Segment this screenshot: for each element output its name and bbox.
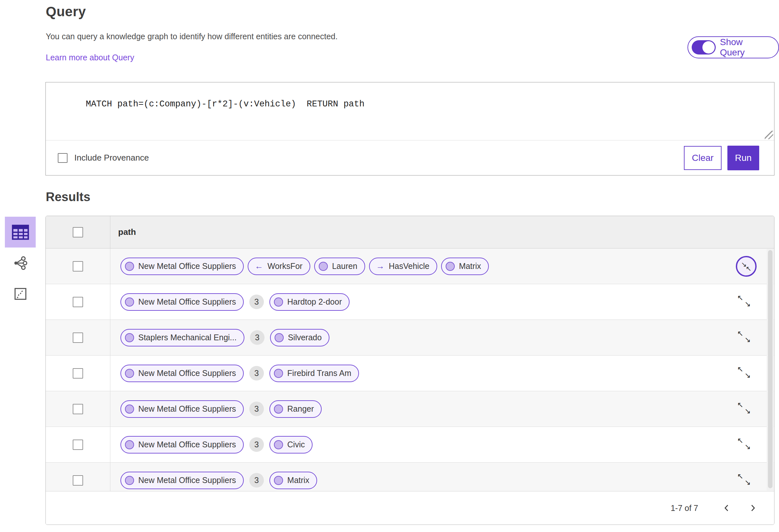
run-button[interactable]: Run bbox=[727, 146, 759, 170]
node-circle-icon bbox=[125, 297, 134, 307]
node-label: New Metal Office Suppliers bbox=[138, 476, 236, 485]
table-row: New Metal Office Suppliers ← WorksFor La… bbox=[46, 249, 774, 284]
node-circle-icon bbox=[274, 440, 283, 449]
node-circle-icon bbox=[274, 476, 283, 485]
arrow-outward-icon: ↘ bbox=[744, 443, 751, 450]
row-checkbox[interactable] bbox=[73, 440, 83, 450]
query-page: Query You can query a knowledge graph to… bbox=[0, 0, 779, 532]
learn-more-link[interactable]: Learn more about Query bbox=[46, 53, 134, 62]
include-provenance-option[interactable]: Include Provenance bbox=[58, 153, 149, 163]
row-checkbox[interactable] bbox=[73, 475, 83, 486]
arrow-right-icon: → bbox=[376, 261, 384, 271]
node-circle-icon bbox=[125, 476, 134, 485]
arrow-outward-icon: ↖ bbox=[737, 294, 743, 302]
node-pill[interactable]: Matrix bbox=[269, 472, 317, 489]
path-column-header: path bbox=[110, 216, 774, 248]
arrow-outward-icon: ↖ bbox=[737, 330, 743, 337]
row-checkbox-cell bbox=[46, 355, 110, 391]
expand-row-icon[interactable]: ↖ ↘ bbox=[737, 472, 751, 486]
results-table: path New Metal Office Suppliers ← WorksF… bbox=[46, 216, 774, 525]
expand-row-icon[interactable]: ↖ ↘ bbox=[737, 401, 751, 414]
node-label: Firebird Trans Am bbox=[287, 369, 351, 378]
node-label: Matrix bbox=[459, 261, 481, 271]
node-pill[interactable]: Civic bbox=[269, 436, 313, 454]
query-editor-footer: Include Provenance Clear Run bbox=[46, 140, 774, 175]
toggle-switch-icon[interactable] bbox=[692, 40, 716, 55]
arrow-outward-icon: ↘ bbox=[744, 372, 751, 379]
node-label: New Metal Office Suppliers bbox=[138, 404, 236, 414]
expand-row-icon[interactable]: ↖ ↘ bbox=[737, 437, 751, 450]
arrow-outward-icon: ↖ bbox=[737, 401, 743, 408]
row-checkbox[interactable] bbox=[73, 332, 83, 343]
hidden-hops-badge[interactable]: 3 bbox=[249, 402, 264, 416]
node-circle-icon bbox=[274, 404, 283, 414]
node-pill[interactable]: New Metal Office Suppliers bbox=[120, 258, 244, 275]
node-pill[interactable]: Staplers Mechanical Engi... bbox=[120, 329, 244, 346]
hidden-hops-badge[interactable]: 3 bbox=[249, 366, 264, 381]
arrow-outward-icon: ↖ bbox=[737, 472, 743, 480]
node-label: Civic bbox=[287, 440, 305, 449]
page-description: You can query a knowledge graph to ident… bbox=[46, 32, 338, 41]
select-all-checkbox[interactable] bbox=[73, 227, 83, 238]
show-query-toggle[interactable]: Show Query bbox=[687, 36, 779, 58]
chevron-right-icon bbox=[748, 503, 758, 513]
node-pill[interactable]: New Metal Office Suppliers bbox=[120, 472, 244, 489]
expand-row-icon[interactable]: ↖ ↘ bbox=[737, 365, 751, 379]
expand-row-icon[interactable]: ↖ ↘ bbox=[737, 330, 751, 343]
tab-table-view[interactable] bbox=[5, 217, 36, 248]
edge-pill[interactable]: → HasVehicle bbox=[369, 258, 437, 275]
node-label: Staplers Mechanical Engi... bbox=[138, 333, 237, 342]
include-provenance-checkbox[interactable] bbox=[58, 153, 67, 163]
resize-handle-icon[interactable] bbox=[765, 131, 773, 139]
include-provenance-label: Include Provenance bbox=[74, 153, 149, 163]
node-pill[interactable]: Lauren bbox=[314, 258, 365, 275]
node-label: New Metal Office Suppliers bbox=[138, 261, 236, 271]
arrow-outward-icon: ↘ bbox=[744, 336, 751, 343]
table-row: New Metal Office Suppliers 3 Ranger ↖ ↘ bbox=[46, 391, 774, 427]
table-body: New Metal Office Suppliers ← WorksFor La… bbox=[46, 249, 774, 525]
table-row: Staplers Mechanical Engi... 3 Silverado … bbox=[46, 320, 774, 355]
node-pill[interactable]: Silverado bbox=[270, 329, 329, 346]
node-pill[interactable]: New Metal Office Suppliers bbox=[120, 293, 244, 311]
expand-row-icon[interactable]: ↖ ↘ bbox=[737, 294, 751, 308]
previous-page-button[interactable] bbox=[720, 501, 734, 515]
scrollbar-thumb[interactable] bbox=[768, 250, 773, 488]
query-text: MATCH path=(c:Company)-[r*2]-(v:Vehicle)… bbox=[86, 99, 364, 109]
arrow-outward-icon: ↖ bbox=[737, 437, 743, 444]
next-page-button[interactable] bbox=[745, 501, 760, 515]
hidden-hops-badge[interactable]: 3 bbox=[250, 330, 264, 345]
node-label: Hardtop 2-door bbox=[287, 297, 342, 307]
row-checkbox[interactable] bbox=[73, 404, 83, 414]
edge-label: WorksFor bbox=[267, 261, 302, 271]
vertical-scrollbar[interactable] bbox=[767, 249, 774, 491]
edge-pill[interactable]: ← WorksFor bbox=[248, 258, 310, 275]
page-title: Query bbox=[46, 4, 86, 19]
node-circle-icon bbox=[125, 262, 134, 271]
clear-button[interactable]: Clear bbox=[684, 146, 722, 170]
query-editor-panel: MATCH path=(c:Company)-[r*2]-(v:Vehicle)… bbox=[46, 82, 774, 176]
collapse-row-icon[interactable]: ↘ ↖ bbox=[736, 256, 757, 277]
query-textarea[interactable]: MATCH path=(c:Company)-[r*2]-(v:Vehicle)… bbox=[46, 82, 774, 140]
row-checkbox[interactable] bbox=[73, 261, 83, 271]
hidden-hops-badge[interactable]: 3 bbox=[249, 294, 264, 309]
node-pill[interactable]: Firebird Trans Am bbox=[269, 364, 359, 382]
row-checkbox[interactable] bbox=[73, 297, 83, 307]
row-checkbox-cell bbox=[46, 320, 110, 355]
tab-map-view[interactable] bbox=[5, 278, 36, 309]
hidden-hops-badge[interactable]: 3 bbox=[249, 437, 264, 452]
tab-graph-view[interactable] bbox=[5, 248, 36, 278]
node-pill[interactable]: Ranger bbox=[269, 400, 322, 418]
node-pill[interactable]: New Metal Office Suppliers bbox=[120, 400, 244, 418]
row-checkbox-cell bbox=[46, 249, 110, 284]
node-circle-icon bbox=[319, 262, 328, 271]
node-pill[interactable]: New Metal Office Suppliers bbox=[120, 364, 244, 382]
node-circle-icon bbox=[125, 369, 134, 378]
row-checkbox[interactable] bbox=[73, 368, 83, 379]
arrow-outward-icon: ↖ bbox=[737, 365, 743, 373]
node-pill[interactable]: Matrix bbox=[441, 258, 489, 275]
node-circle-icon bbox=[125, 333, 134, 342]
node-pill[interactable]: Hardtop 2-door bbox=[269, 293, 350, 311]
table-footer: 1-7 of 7 bbox=[46, 491, 774, 525]
node-pill[interactable]: New Metal Office Suppliers bbox=[120, 436, 244, 454]
hidden-hops-badge[interactable]: 3 bbox=[249, 473, 264, 487]
